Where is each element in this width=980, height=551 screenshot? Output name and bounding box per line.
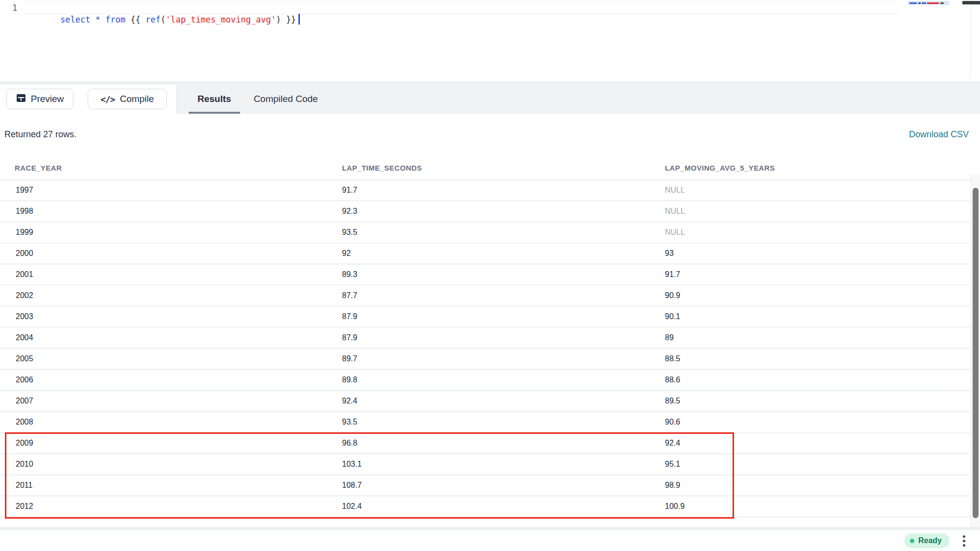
table-cell: 89.7 bbox=[342, 354, 665, 363]
compile-button[interactable]: </> Compile bbox=[88, 89, 167, 109]
table-cell: 1998 bbox=[16, 207, 342, 216]
column-header-moving-avg: LAP_MOVING_AVG_5_YEARS bbox=[665, 164, 971, 172]
results-scrollbar-track[interactable] bbox=[971, 175, 980, 527]
table-cell: 89.3 bbox=[342, 270, 665, 279]
table-cell: 93.5 bbox=[342, 418, 665, 426]
table-cell: 2004 bbox=[16, 333, 342, 342]
table-row: 200387.990.1 bbox=[0, 307, 971, 328]
table-cell: 92.4 bbox=[342, 397, 665, 405]
table-cell: 2000 bbox=[16, 249, 342, 258]
table-cell: 2012 bbox=[16, 502, 342, 511]
tab-results[interactable]: Results bbox=[189, 84, 240, 114]
table-cell: 96.8 bbox=[342, 439, 665, 448]
table-row: 2012102.4100.9 bbox=[0, 497, 971, 518]
table-cell: 87.9 bbox=[342, 333, 665, 342]
status-dot-icon bbox=[910, 539, 914, 543]
table-row: 200893.590.6 bbox=[0, 412, 971, 433]
editor-scrollbar-horizontal[interactable] bbox=[962, 1, 980, 4]
table-cell: 2007 bbox=[16, 397, 342, 405]
table-row: 20009293 bbox=[0, 244, 971, 265]
row-count-summary: Returned 27 rows. bbox=[4, 129, 76, 140]
code-token: }} bbox=[286, 15, 296, 25]
table-cell: 90.9 bbox=[665, 291, 971, 300]
code-editor[interactable]: 1 select * from {{ ref('lap_times_moving… bbox=[0, 0, 980, 81]
table-cell: 90.6 bbox=[665, 418, 971, 426]
table-cell: NULL bbox=[665, 228, 971, 237]
table-row: 2011108.798.9 bbox=[0, 476, 971, 497]
code-token: select bbox=[60, 15, 96, 25]
tab-compiled-code[interactable]: Compiled Code bbox=[245, 84, 327, 114]
column-header-lap-time: LAP_TIME_SECONDS bbox=[342, 164, 665, 172]
table-row: 200589.788.5 bbox=[0, 349, 971, 370]
table-cell: NULL bbox=[665, 186, 971, 195]
table-cell: 2011 bbox=[16, 481, 342, 490]
table-cell: 89.5 bbox=[665, 397, 971, 405]
table-row: 200189.391.7 bbox=[0, 265, 971, 286]
code-brackets-icon: </> bbox=[100, 94, 115, 104]
table-cell: 93 bbox=[665, 249, 971, 258]
table-cell: 1997 bbox=[16, 186, 342, 195]
table-cell: 89.8 bbox=[342, 376, 665, 384]
table-row: 200287.790.9 bbox=[0, 286, 971, 307]
text-cursor bbox=[298, 14, 300, 25]
table-cell: 2003 bbox=[16, 312, 342, 321]
table-cell: 91.7 bbox=[342, 186, 665, 195]
table-cell: 93.5 bbox=[342, 228, 665, 237]
table-cell: 1999 bbox=[16, 228, 342, 237]
preview-button-label: Preview bbox=[31, 94, 64, 104]
table-cell: 2008 bbox=[16, 418, 342, 426]
table-cell: 95.1 bbox=[665, 460, 971, 469]
code-token: 'lap_times_moving_avg' bbox=[166, 15, 276, 25]
results-pane: Returned 27 rows. Download CSV RACE_YEAR… bbox=[0, 114, 980, 527]
code-token: * bbox=[96, 15, 105, 25]
tab-compiled-code-label: Compiled Code bbox=[254, 94, 318, 104]
status-badge: Ready bbox=[904, 533, 950, 548]
table-cell: 90.1 bbox=[665, 312, 971, 321]
results-tabs: Results Compiled Code bbox=[189, 84, 327, 114]
code-token: ( bbox=[161, 15, 166, 25]
kebab-menu-icon[interactable] bbox=[960, 534, 967, 547]
download-csv-link[interactable]: Download CSV bbox=[909, 129, 969, 140]
table-row: 199993.5NULL bbox=[0, 223, 971, 244]
table-cell: 92.4 bbox=[665, 439, 971, 448]
table-cell: 2001 bbox=[16, 270, 342, 279]
table-cell: 92.3 bbox=[342, 207, 665, 216]
preview-button[interactable]: Preview bbox=[6, 89, 74, 109]
code-token: from bbox=[105, 15, 130, 25]
table-row: 200792.489.5 bbox=[0, 391, 971, 412]
code-token: ) bbox=[276, 15, 286, 25]
table-row: 200996.892.4 bbox=[0, 433, 971, 454]
table-cell: 103.1 bbox=[342, 460, 665, 469]
editor-scrollbar-track-edge bbox=[970, 4, 971, 78]
status-bar: Ready bbox=[0, 530, 980, 551]
table-grid-icon bbox=[16, 93, 26, 105]
tab-results-label: Results bbox=[197, 94, 231, 104]
table-header-row: RACE_YEAR LAP_TIME_SECONDS LAP_MOVING_AV… bbox=[0, 156, 971, 180]
status-badge-label: Ready bbox=[918, 536, 942, 545]
compile-button-label: Compile bbox=[120, 94, 154, 104]
table-row: 200487.989 bbox=[0, 328, 971, 349]
table-cell: 87.7 bbox=[342, 291, 665, 300]
table-cell: 2006 bbox=[16, 376, 342, 384]
table-row: 199892.3NULL bbox=[0, 201, 971, 223]
results-scrollbar-thumb[interactable] bbox=[973, 188, 979, 518]
line-number: 1 bbox=[0, 2, 29, 14]
table-cell: 87.9 bbox=[342, 312, 665, 321]
table-body: 199791.7NULL199892.3NULL199993.5NULL2000… bbox=[0, 180, 971, 518]
table-cell: 2010 bbox=[16, 460, 342, 469]
table-cell: 92 bbox=[342, 249, 665, 258]
table-cell: 2002 bbox=[16, 291, 342, 300]
column-header-race-year: RACE_YEAR bbox=[15, 164, 342, 172]
table-cell: 102.4 bbox=[342, 502, 665, 511]
code-line[interactable]: select * from {{ ref('lap_times_moving_a… bbox=[40, 2, 300, 14]
table-row: 200689.888.6 bbox=[0, 370, 971, 391]
table-cell: 2009 bbox=[16, 439, 342, 448]
table-cell: 88.5 bbox=[665, 354, 971, 363]
table-cell: 108.7 bbox=[342, 481, 665, 490]
table-cell: 89 bbox=[665, 333, 971, 342]
editor-minimap[interactable] bbox=[908, 1, 949, 5]
table-row: 2010103.195.1 bbox=[0, 454, 971, 476]
table-cell: 100.9 bbox=[665, 502, 971, 511]
table-cell: 2005 bbox=[16, 354, 342, 363]
code-token: ref bbox=[146, 15, 161, 25]
